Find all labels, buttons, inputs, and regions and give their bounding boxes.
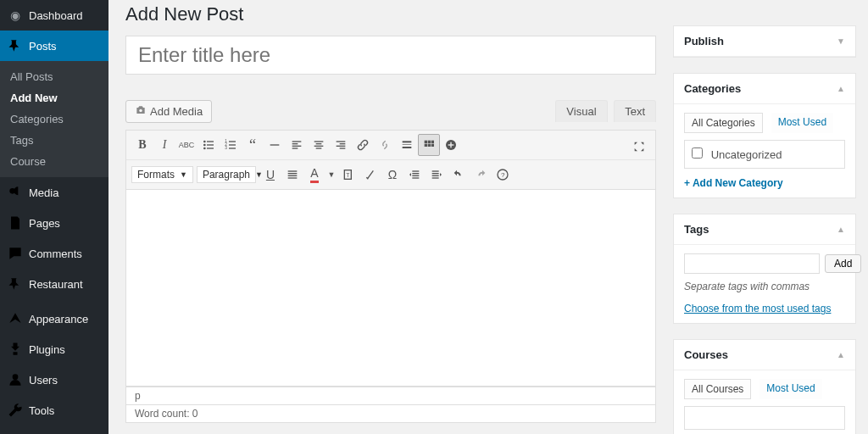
sidebar-sub-course[interactable]: Course	[0, 151, 108, 172]
hr-button[interactable]	[264, 134, 286, 156]
numbered-list-button[interactable]: 123	[220, 134, 242, 156]
tags-metabox: Tags ▲ Add Separate tags with commas Cho…	[673, 214, 856, 324]
courses-header[interactable]: Courses ▲	[674, 340, 855, 370]
align-left-button[interactable]	[286, 134, 308, 156]
tab-most-used-categories[interactable]: Most Used	[771, 113, 833, 133]
text-color-button[interactable]: A	[303, 164, 326, 186]
publish-metabox: Publish ▼	[673, 25, 856, 58]
svg-rect-11	[207, 141, 214, 142]
add-tag-button[interactable]: Add	[825, 254, 861, 273]
svg-rect-36	[403, 144, 412, 145]
editor-mode-tabs: Visual Text	[555, 100, 656, 122]
align-justify-button[interactable]	[281, 164, 303, 186]
sidebar-label-posts: Posts	[29, 40, 57, 53]
publish-header[interactable]: Publish ▼	[674, 26, 855, 57]
svg-rect-23	[292, 141, 302, 142]
tab-text[interactable]: Text	[614, 100, 656, 122]
add-button[interactable]	[440, 134, 462, 156]
unlink-button[interactable]	[374, 134, 396, 156]
users-icon	[7, 371, 24, 388]
add-media-button[interactable]: Add Media	[125, 100, 212, 123]
read-more-button[interactable]	[396, 134, 418, 156]
tab-most-used-courses[interactable]: Most Used	[760, 379, 821, 399]
clear-format-button[interactable]	[359, 164, 381, 186]
undo-button[interactable]	[448, 164, 470, 186]
sidebar-item-pages[interactable]: Pages	[0, 208, 108, 238]
indent-button[interactable]	[426, 164, 448, 186]
paste-text-button[interactable]: T	[337, 164, 359, 186]
svg-rect-21	[229, 147, 236, 148]
courses-list	[684, 406, 845, 430]
sidebar-item-comments[interactable]: Comments	[0, 238, 108, 269]
bullet-list-button[interactable]	[198, 134, 220, 156]
help-button[interactable]: ?	[492, 164, 514, 186]
category-uncategorized[interactable]: Uncategorized	[692, 148, 782, 161]
svg-rect-43	[431, 144, 434, 147]
sidebar-sub-categories[interactable]: Categories	[0, 108, 108, 130]
categories-header[interactable]: Categories ▲	[674, 74, 855, 104]
sidebar-item-appearance[interactable]: Appearance	[0, 303, 108, 334]
sidebar-label-users: Users	[29, 374, 58, 387]
blockquote-button[interactable]: “	[242, 134, 264, 156]
strike-button[interactable]: ABC	[175, 134, 198, 156]
sidebar-item-dashboard[interactable]: ◉ Dashboard	[0, 0, 108, 31]
tools-icon	[7, 402, 24, 419]
paragraph-select[interactable]: Paragraph ▼	[197, 166, 256, 183]
redo-button[interactable]	[470, 164, 492, 186]
uncategorized-label: Uncategorized	[711, 148, 782, 161]
sidebar-item-settings[interactable]: Settings	[0, 426, 108, 434]
link-button[interactable]	[352, 134, 374, 156]
sidebar-sub-tags[interactable]: Tags	[0, 130, 108, 151]
element-path: p	[125, 387, 656, 405]
choose-tags-link[interactable]: Choose from the most used tags	[684, 303, 831, 314]
uncategorized-checkbox[interactable]	[692, 147, 703, 159]
main-content: Add New Post Add Media Visual Text B I A…	[108, 0, 673, 434]
fullscreen-button[interactable]	[628, 136, 650, 158]
tab-visual[interactable]: Visual	[555, 100, 607, 122]
word-count: Word count: 0	[125, 405, 656, 423]
svg-text:3: 3	[225, 146, 227, 150]
tab-all-courses[interactable]: All Courses	[684, 379, 751, 399]
tag-input[interactable]	[684, 253, 820, 274]
svg-rect-53	[412, 170, 419, 171]
sidebar-sub-all-posts[interactable]: All Posts	[0, 66, 108, 87]
editor-toolbar: B I ABC 123 “	[125, 130, 656, 190]
tags-title: Tags	[684, 223, 709, 236]
post-title-input[interactable]	[125, 36, 656, 75]
sidebar-item-media[interactable]: Media	[0, 177, 108, 208]
editor-canvas[interactable]	[125, 190, 656, 387]
camera-icon	[135, 104, 147, 119]
svg-rect-40	[431, 141, 434, 143]
underline-button[interactable]: U	[259, 164, 281, 186]
sidebar-item-posts[interactable]: Posts	[0, 31, 108, 61]
tags-header[interactable]: Tags ▲	[674, 214, 855, 245]
sidebar-label-media: Media	[29, 186, 58, 199]
text-color-caret[interactable]: ▼	[326, 164, 337, 186]
bold-button[interactable]: B	[131, 134, 153, 156]
svg-rect-59	[432, 175, 439, 176]
italic-button[interactable]: I	[153, 134, 175, 156]
add-new-category-link[interactable]: + Add New Category	[684, 177, 783, 189]
svg-rect-33	[337, 146, 346, 147]
special-char-button[interactable]: Ω	[381, 164, 403, 186]
courses-title: Courses	[684, 348, 728, 361]
align-right-button[interactable]	[330, 134, 352, 156]
svg-rect-42	[428, 144, 431, 147]
categories-title: Categories	[684, 82, 741, 95]
toolbar-toggle-button[interactable]	[418, 134, 440, 156]
svg-rect-19	[229, 144, 236, 145]
align-center-button[interactable]	[308, 134, 330, 156]
tab-all-categories[interactable]: All Categories	[684, 113, 763, 133]
caret-down-icon: ▼	[180, 170, 187, 179]
svg-rect-57	[432, 170, 439, 171]
formats-select[interactable]: Formats ▼	[131, 166, 193, 183]
sidebar-item-restaurant[interactable]: Restaurant	[0, 269, 108, 299]
sidebar-item-tools[interactable]: Tools	[0, 395, 108, 426]
sidebar-item-users[interactable]: Users	[0, 364, 108, 395]
sidebar-sub-add-new[interactable]: Add New	[0, 87, 108, 108]
pages-icon	[7, 214, 24, 231]
sidebar-label-appearance: Appearance	[29, 313, 88, 326]
outdent-button[interactable]	[403, 164, 426, 186]
sidebar-item-plugins[interactable]: Plugins	[0, 334, 108, 364]
svg-text:T: T	[346, 172, 349, 178]
